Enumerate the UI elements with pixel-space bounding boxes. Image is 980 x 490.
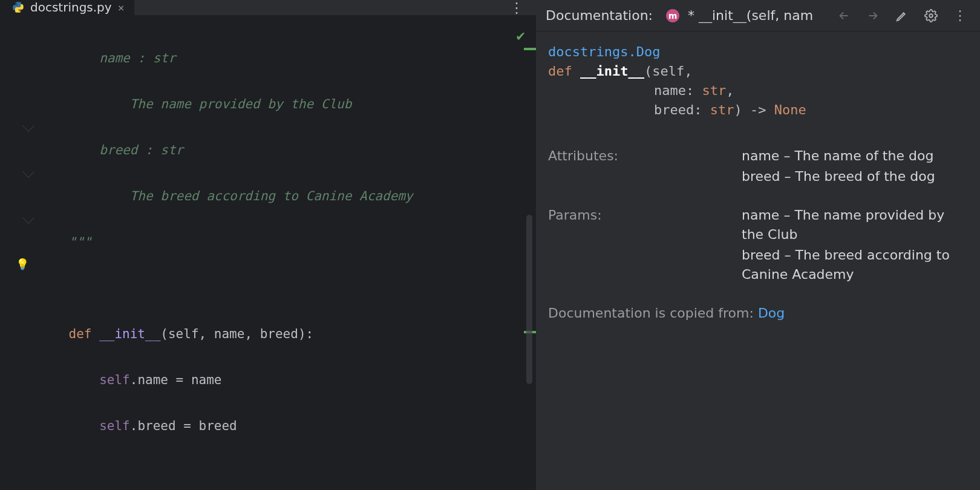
code-body[interactable]: name : str The name provided by the Club… — [33, 15, 536, 490]
docstring-line: name : str — [99, 51, 175, 65]
docstring-close: """ — [69, 235, 92, 249]
keyword-def: def — [69, 327, 100, 341]
docstring-line: The name provided by the Club — [130, 97, 352, 111]
return-type: None — [774, 102, 806, 117]
close-tab-icon[interactable]: × — [118, 1, 125, 14]
class-name: Dog — [636, 44, 661, 59]
assign: .name = name — [130, 373, 222, 387]
settings-gear-icon[interactable] — [921, 5, 941, 26]
attribute-item: name – The name of the dog — [742, 146, 968, 166]
nav-back-icon — [834, 5, 854, 26]
copied-from-link[interactable]: Dog — [758, 305, 785, 321]
documentation-body: docstrings.Dog def __init__(self, name: … — [536, 31, 980, 334]
comma: , — [726, 83, 734, 98]
tab-filename: docstrings.py — [30, 0, 112, 15]
func-params: (self, name, breed): — [160, 327, 313, 341]
documentation-symbol[interactable]: * __init__(self, nam — [688, 8, 813, 23]
documentation-title: Documentation: — [546, 8, 653, 23]
sig-params: (self, — [644, 64, 692, 79]
editor-tab-bar: docstrings.py × ⋮ — [0, 0, 536, 15]
param-item: name – The name provided by the Club — [742, 206, 968, 244]
attributes-section: Attributes: name – The name of the dog b… — [548, 146, 968, 188]
params-section: Params: name – The name provided by the … — [548, 206, 968, 286]
fold-handle-icon[interactable] — [22, 120, 34, 132]
code-editor[interactable]: 💡 ✔ name : str The name provided by the … — [0, 15, 536, 490]
method-badge-icon: m — [666, 9, 679, 22]
documentation-pane: Documentation: m * __init__(self, nam ⋮ … — [536, 0, 980, 490]
param-name: breed: — [654, 102, 710, 117]
editor-tab[interactable]: docstrings.py × — [0, 0, 134, 15]
params-list: name – The name provided by the Club bre… — [742, 206, 968, 286]
self-ref: self — [99, 373, 130, 387]
python-file-icon — [12, 1, 24, 13]
attributes-label: Attributes: — [548, 146, 742, 188]
editor-pane: docstrings.py × ⋮ 💡 ✔ name : str The nam… — [0, 0, 536, 490]
params-label: Params: — [548, 206, 742, 286]
more-menu-icon[interactable]: ⋮ — [950, 5, 970, 26]
intention-bulb-icon[interactable]: 💡 — [16, 257, 29, 270]
module-name: docstrings. — [548, 44, 636, 59]
keyword-def: def — [548, 64, 580, 79]
editor-gutter: 💡 — [0, 15, 33, 490]
param-type: str — [702, 83, 726, 98]
attribute-item: breed – The breed of the dog — [742, 167, 968, 186]
fold-handle-icon[interactable] — [22, 166, 34, 178]
param-item: breed – The breed according to Canine Ac… — [742, 246, 968, 284]
self-ref: self — [99, 419, 130, 433]
copied-from-label: Documentation is copied from: — [548, 305, 758, 321]
param-type: str — [710, 102, 734, 117]
copied-from-row: Documentation is copied from: Dog — [548, 304, 968, 323]
qualified-name: docstrings.Dog — [548, 42, 968, 62]
attributes-list: name – The name of the dog breed – The b… — [742, 146, 968, 188]
edit-source-icon[interactable] — [892, 5, 912, 26]
assign: .breed = breed — [130, 419, 237, 433]
func-name: __init__ — [580, 64, 644, 79]
func-name: __init__ — [99, 327, 160, 341]
tab-bar-menu-icon[interactable]: ⋮ — [506, 0, 528, 15]
param-name: name: — [654, 83, 702, 98]
fold-handle-icon[interactable] — [22, 212, 34, 224]
svg-point-0 — [929, 14, 933, 18]
documentation-header: Documentation: m * __init__(self, nam ⋮ — [536, 0, 980, 31]
nav-forward-icon — [863, 5, 883, 26]
signature: def __init__(self, name: str, breed: str… — [548, 62, 968, 120]
docstring-line: The breed according to Canine Academy — [130, 189, 413, 203]
return-arrow: ) -> — [734, 102, 774, 117]
docstring-line: breed : str — [99, 143, 183, 157]
